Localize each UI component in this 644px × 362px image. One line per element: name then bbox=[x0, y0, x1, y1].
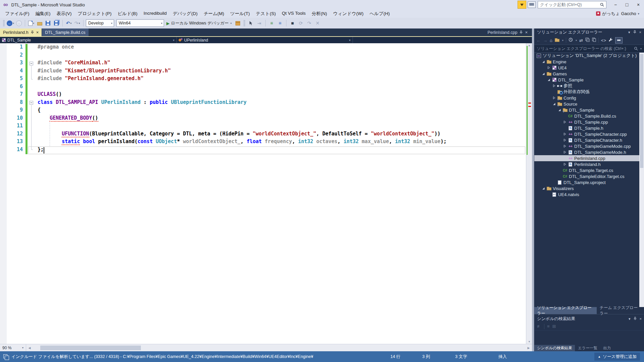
expand-icon[interactable] bbox=[562, 120, 567, 124]
fold-marker-class[interactable] bbox=[30, 101, 33, 105]
pin-icon[interactable] bbox=[520, 31, 523, 34]
quick-launch-input[interactable]: クイック起動 (Ctrl+Q) bbox=[538, 1, 606, 8]
collapse-all-icon[interactable] bbox=[585, 38, 590, 43]
save-all-button[interactable] bbox=[53, 19, 60, 27]
add-to-source-control-button[interactable]: ▲ ソース管理に追加 bbox=[594, 353, 640, 361]
open-file-button[interactable] bbox=[36, 19, 43, 27]
cancel-build-button[interactable]: ✕ bbox=[314, 19, 321, 27]
tree-item[interactable]: hPerlinIsland.h bbox=[534, 161, 639, 167]
sync-with-active-document-icon[interactable] bbox=[555, 39, 559, 42]
tree-item[interactable]: ++DTL_SampleCharacter.cpp bbox=[534, 131, 639, 137]
horizontal-scrollbar[interactable]: 90 %▾ ◀ ▶ bbox=[0, 344, 532, 351]
tree-item[interactable]: ++PerlinIsland.cpp bbox=[534, 155, 639, 161]
code-line[interactable] bbox=[38, 83, 525, 92]
menu-item[interactable]: ビルド(B) bbox=[114, 9, 140, 18]
tree-scrollbar[interactable] bbox=[639, 53, 644, 307]
tab-symbol-results[interactable]: シンボルの検索結果 bbox=[534, 345, 575, 351]
expand-icon[interactable] bbox=[562, 150, 567, 154]
menu-item[interactable]: ヘルプ(H) bbox=[367, 9, 393, 18]
navigate-forward-button[interactable]: → bbox=[15, 19, 22, 27]
tree-item[interactable]: Visualizers bbox=[534, 185, 639, 191]
close-icon[interactable]: × bbox=[639, 30, 641, 34]
menu-item[interactable]: Qt VS Tools bbox=[279, 9, 309, 18]
close-tab-icon[interactable]: × bbox=[36, 30, 39, 35]
collapse-icon[interactable] bbox=[541, 72, 546, 75]
code-editor[interactable]: 1234567891011121314 #pragma once#include… bbox=[0, 43, 532, 344]
tree-item[interactable]: C#DTL_Sample.Build.cs bbox=[534, 113, 639, 119]
menu-item[interactable]: テスト(S) bbox=[253, 9, 279, 18]
menu-item[interactable]: チーム(M) bbox=[201, 9, 227, 18]
user-account[interactable]: がっちょ Gaccho ▾ bbox=[596, 9, 639, 18]
attach-process-icon[interactable]: ⇥ bbox=[256, 19, 263, 27]
collapse-icon[interactable] bbox=[552, 102, 556, 106]
feedback-monitor-icon[interactable] bbox=[528, 1, 536, 8]
copy-path-icon[interactable] bbox=[592, 38, 596, 43]
tree-item[interactable]: C#DTL_Sample.Target.cs bbox=[534, 167, 639, 173]
expand-icon[interactable] bbox=[562, 144, 567, 148]
select-pointer-icon[interactable] bbox=[247, 19, 255, 27]
expand-icon[interactable] bbox=[546, 66, 551, 69]
new-file-button[interactable]: ▾ bbox=[28, 19, 35, 27]
settings-results-icon[interactable]: ⊞ bbox=[552, 324, 556, 329]
collapse-icon[interactable] bbox=[557, 108, 562, 112]
collapse-icon[interactable] bbox=[541, 187, 546, 190]
feedback-filter-button[interactable] bbox=[518, 1, 526, 9]
menu-item[interactable]: プロジェクト(P) bbox=[75, 9, 115, 18]
start-debugging-button[interactable]: ▶ローカル Windows デバッガー▾ bbox=[165, 19, 233, 27]
project-scope-combo[interactable]: DTL_Sample ▾ bbox=[0, 37, 177, 43]
menu-item[interactable]: Incredibuild bbox=[141, 9, 170, 18]
tree-item[interactable]: 参照 bbox=[534, 83, 639, 89]
tree-scroll-thumb[interactable] bbox=[640, 54, 643, 168]
close-button[interactable]: × bbox=[633, 0, 644, 9]
code-line[interactable]: { bbox=[38, 107, 525, 115]
solution-configuration-combo[interactable]: Develop▾ bbox=[86, 19, 114, 27]
code-line[interactable]: UCLASS() bbox=[38, 91, 525, 99]
code-line[interactable]: #include "PerlinIsland.generated.h" bbox=[38, 75, 525, 83]
properties-wrench-icon[interactable] bbox=[608, 38, 613, 43]
code-line[interactable]: #pragma once bbox=[38, 44, 525, 52]
scroll-left-icon[interactable]: ◀ bbox=[26, 346, 33, 350]
fold-marker-includes[interactable] bbox=[30, 62, 33, 65]
type-scope-combo[interactable]: UPerlinIsland ▾ bbox=[177, 37, 353, 43]
close-icon[interactable]: × bbox=[640, 317, 642, 321]
menu-item[interactable]: ファイル(F) bbox=[2, 9, 33, 18]
preview-selected-items-toggle[interactable] bbox=[615, 37, 623, 44]
pin-icon[interactable] bbox=[633, 30, 636, 35]
code-line[interactable]: static bool perlinIsland(const UObject* … bbox=[38, 138, 525, 146]
tree-item[interactable]: DTL_Sample.uproject bbox=[534, 179, 639, 185]
pending-changes-filter-icon[interactable] bbox=[569, 38, 573, 43]
symbol-results-header[interactable]: シンボルの検索結果 ▾ × bbox=[534, 315, 644, 322]
menu-item[interactable]: 分析(N) bbox=[309, 9, 330, 18]
clear-results-icon[interactable]: ≢ bbox=[537, 324, 541, 329]
toolbar-grip[interactable] bbox=[3, 20, 5, 26]
tree-item[interactable]: Games bbox=[534, 71, 639, 77]
home-icon[interactable]: ⌂ bbox=[550, 38, 552, 43]
solution-explorer-search[interactable]: ソリューション エクスプローラー の検索 (Ctrl+:) ▾ bbox=[534, 45, 644, 53]
refresh-icon[interactable]: ⇄ bbox=[579, 38, 583, 43]
menu-item[interactable]: 編集(E) bbox=[33, 9, 54, 18]
navigate-back-button[interactable]: ←▾ bbox=[7, 19, 14, 27]
window-position-icon[interactable]: ▾ bbox=[629, 317, 631, 321]
intellisense-suggest-icon[interactable]: ≡ bbox=[276, 19, 284, 27]
solution-explorer-header[interactable]: ソリューション エクスプローラー ▾ × bbox=[534, 28, 644, 36]
code-line[interactable]: UFUNCTION(BlueprintCallable, Category = … bbox=[38, 131, 525, 139]
tab-perlinisland-h[interactable]: PerlinIsland.h × bbox=[0, 28, 42, 36]
menu-item[interactable]: ツール(T) bbox=[227, 9, 253, 18]
scroll-right-icon[interactable]: ▶ bbox=[525, 346, 532, 350]
stop-button[interactable]: ■ bbox=[289, 19, 296, 27]
save-button[interactable] bbox=[44, 19, 52, 27]
hscroll-thumb[interactable] bbox=[40, 346, 141, 350]
menu-item[interactable]: 表示(V) bbox=[54, 9, 75, 18]
intellisense-list-icon[interactable]: ≡ bbox=[268, 19, 275, 27]
collapse-icon[interactable] bbox=[546, 78, 551, 81]
view-code-icon[interactable]: <> bbox=[601, 38, 606, 43]
redo-button[interactable]: ↷▾ bbox=[73, 19, 81, 27]
tab-team-explorer[interactable]: チーム エクスプローラー bbox=[597, 307, 644, 314]
tree-item[interactable]: Source bbox=[534, 101, 639, 107]
tab-error-list[interactable]: エラー一覧 bbox=[575, 345, 600, 351]
maximize-button[interactable]: □ bbox=[621, 0, 633, 9]
expand-icon[interactable] bbox=[562, 163, 567, 166]
tree-item[interactable]: ++DTL_Sample.cpp bbox=[534, 119, 639, 125]
collapse-icon[interactable] bbox=[541, 60, 546, 63]
menu-item[interactable]: デバッグ(D) bbox=[170, 9, 201, 18]
